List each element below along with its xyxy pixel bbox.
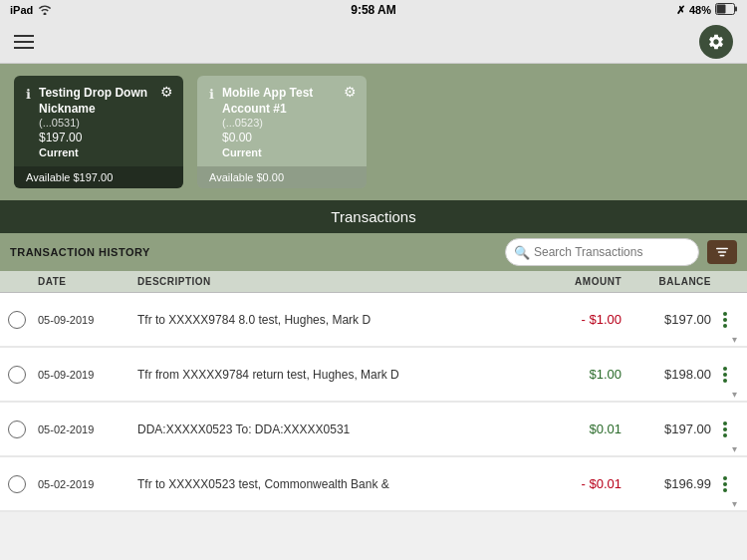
- battery-label: 48%: [689, 4, 711, 16]
- transaction-row-wrapper-3[interactable]: 05-02-2019 Tfr to XXXXX0523 test, Common…: [0, 457, 747, 512]
- transaction-history-label: TRANSACTION HISTORY: [10, 246, 150, 258]
- account-status-2: Current: [222, 146, 355, 158]
- info-icon-2[interactable]: ℹ: [209, 87, 214, 102]
- filter-icon: [715, 245, 729, 259]
- account-settings-1[interactable]: ⚙: [160, 84, 173, 100]
- status-time: 9:58 AM: [351, 3, 396, 17]
- row-balance-0: $197.00: [622, 312, 711, 327]
- search-icon: 🔍: [514, 245, 530, 260]
- svg-rect-1: [717, 5, 726, 14]
- row-date-2: 05-02-2019: [38, 423, 137, 435]
- row-chevron-1: ▾: [732, 389, 737, 400]
- search-container: 🔍: [505, 238, 737, 266]
- row-amount-0: - $1.00: [522, 312, 622, 327]
- col-amount-header: AMOUNT: [522, 276, 622, 287]
- row-amount-1: $1.00: [522, 367, 622, 382]
- col-date-header: DATE: [38, 276, 137, 287]
- col-desc-header: DESCRIPTION: [137, 276, 522, 287]
- row-desc-0: Tfr to XXXXX9784 8.0 test, Hughes, Mark …: [137, 313, 522, 327]
- row-checkbox-1[interactable]: [8, 366, 26, 384]
- nav-bar: [0, 20, 747, 64]
- bluetooth-icon: ✗: [676, 4, 685, 17]
- row-amount-3: - $0.01: [522, 476, 622, 491]
- table-row[interactable]: 05-02-2019 Tfr to XXXXX0523 test, Common…: [0, 457, 747, 511]
- row-chevron-0: ▾: [732, 334, 737, 345]
- row-date-3: 05-02-2019: [38, 478, 137, 490]
- table-header: DATE DESCRIPTION AMOUNT BALANCE: [0, 271, 747, 293]
- info-icon-1[interactable]: ℹ: [26, 87, 31, 102]
- svg-rect-2: [735, 7, 737, 12]
- account-available-1: Available $197.00: [14, 166, 183, 188]
- row-desc-3: Tfr to XXXXX0523 test, Commonwealth Bank…: [137, 477, 522, 491]
- status-left: iPad: [10, 4, 52, 17]
- account-name-1: Testing Drop Down Nickname: [39, 86, 171, 117]
- account-number-2: (...0523): [222, 117, 355, 129]
- row-desc-2: DDA:XXXXX0523 To: DDA:XXXXX0531: [137, 422, 522, 436]
- row-amount-2: $0.01: [522, 421, 622, 436]
- table-row[interactable]: 05-02-2019 DDA:XXXXX0523 To: DDA:XXXXX05…: [0, 403, 747, 456]
- table-row[interactable]: 05-09-2019 Tfr from XXXXX9784 return tes…: [0, 348, 747, 402]
- transactions-title: Transactions: [331, 208, 415, 225]
- transaction-history-bar: TRANSACTION HISTORY 🔍: [0, 233, 747, 271]
- row-menu-2[interactable]: [711, 421, 739, 437]
- transaction-row-wrapper-0[interactable]: 05-09-2019 Tfr to XXXXX9784 8.0 test, Hu…: [0, 293, 747, 348]
- search-input[interactable]: [505, 238, 699, 266]
- filter-button[interactable]: [707, 240, 737, 264]
- row-menu-0[interactable]: [711, 312, 739, 328]
- row-date-1: 05-09-2019: [38, 369, 137, 381]
- menu-button[interactable]: [14, 35, 34, 49]
- account-card-1[interactable]: ℹ Testing Drop Down Nickname (...0531) $…: [14, 76, 183, 188]
- row-checkbox-3[interactable]: [8, 475, 26, 493]
- row-chevron-2: ▾: [732, 443, 737, 454]
- account-status-1: Current: [39, 146, 171, 158]
- account-number-1: (...0531): [39, 117, 171, 129]
- row-desc-1: Tfr from XXXXX9784 return test, Hughes, …: [137, 368, 522, 382]
- account-name-2: Mobile App Test Account #1: [222, 86, 355, 117]
- account-card-2[interactable]: ℹ Mobile App Test Account #1 (...0523) $…: [197, 76, 367, 188]
- account-amount-1: $197.00: [39, 131, 171, 144]
- row-checkbox-2[interactable]: [8, 420, 26, 438]
- row-balance-1: $198.00: [622, 367, 711, 382]
- battery-icon: [715, 3, 737, 17]
- accounts-section: ℹ Testing Drop Down Nickname (...0531) $…: [0, 64, 747, 200]
- transaction-table: 05-09-2019 Tfr to XXXXX9784 8.0 test, Hu…: [0, 293, 747, 512]
- transaction-row-wrapper-1[interactable]: 05-09-2019 Tfr from XXXXX9784 return tes…: [0, 348, 747, 403]
- wifi-icon: [38, 4, 52, 17]
- transactions-header: Transactions: [0, 200, 747, 233]
- row-balance-2: $197.00: [622, 421, 711, 436]
- row-checkbox-0[interactable]: [8, 311, 26, 329]
- row-date-0: 05-09-2019: [38, 314, 137, 326]
- transaction-row-wrapper-2[interactable]: 05-02-2019 DDA:XXXXX0523 To: DDA:XXXXX05…: [0, 403, 747, 457]
- table-row[interactable]: 05-09-2019 Tfr to XXXXX9784 8.0 test, Hu…: [0, 293, 747, 347]
- account-available-2: Available $0.00: [197, 166, 367, 188]
- search-wrapper: 🔍: [505, 238, 699, 266]
- account-settings-2[interactable]: ⚙: [344, 84, 357, 100]
- row-menu-1[interactable]: [711, 367, 739, 383]
- row-balance-3: $196.99: [622, 476, 711, 491]
- row-menu-3[interactable]: [711, 476, 739, 492]
- settings-button[interactable]: [699, 25, 733, 59]
- row-chevron-3: ▾: [732, 498, 737, 509]
- status-bar: iPad 9:58 AM ✗ 48%: [0, 0, 747, 20]
- status-right: ✗ 48%: [676, 3, 737, 17]
- col-balance-header: BALANCE: [622, 276, 711, 287]
- gear-icon: [707, 33, 725, 51]
- account-amount-2: $0.00: [222, 131, 355, 144]
- carrier-label: iPad: [10, 4, 33, 16]
